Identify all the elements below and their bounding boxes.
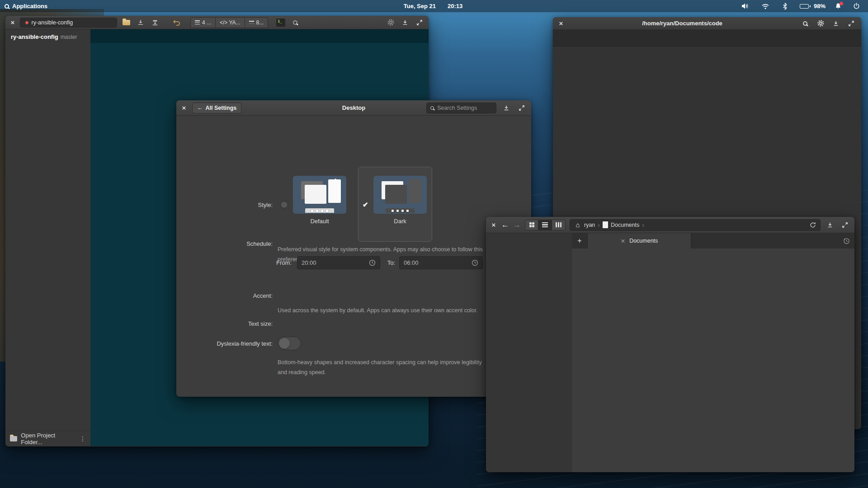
style-label: Style: xyxy=(178,202,273,208)
applications-menu[interactable]: Applications xyxy=(5,3,404,9)
project-name: ry-ansible-config xyxy=(31,19,73,26)
style-default-thumbnail[interactable] xyxy=(293,176,346,214)
gear-icon[interactable] xyxy=(385,17,396,28)
dock xyxy=(0,467,868,488)
download-icon[interactable] xyxy=(501,103,512,113)
applications-label: Applications xyxy=(12,3,47,9)
close-icon[interactable]: × xyxy=(180,104,188,112)
line-width-button[interactable]: 8... xyxy=(245,17,269,28)
modified-diamond-icon: ◆ xyxy=(25,19,28,25)
undo-icon[interactable] xyxy=(171,17,182,28)
history-icon[interactable] xyxy=(843,233,854,249)
power-icon[interactable] xyxy=(851,1,862,12)
to-label: To: xyxy=(300,259,395,266)
save-as-icon[interactable] xyxy=(150,17,160,28)
style-default-radio[interactable] xyxy=(280,201,288,208)
column-view-icon[interactable] xyxy=(552,220,566,230)
search-icon[interactable] xyxy=(800,18,811,29)
search-icon xyxy=(5,4,9,9)
fullscreen-icon[interactable] xyxy=(840,220,850,230)
style-dark-label: Dark xyxy=(373,218,427,225)
fullscreen-icon[interactable] xyxy=(414,17,425,28)
indent-icon xyxy=(195,20,200,24)
open-project-folder-button[interactable]: Open Project Folder... ⋮ xyxy=(5,431,90,446)
git-branch: master xyxy=(61,34,77,40)
path-segment-documents[interactable]: Documents xyxy=(611,222,639,228)
style-dark-thumbnail[interactable] xyxy=(373,176,427,214)
accent-label: Accent: xyxy=(178,292,273,299)
back-icon[interactable]: ← xyxy=(501,221,509,230)
text-size-label: Text size: xyxy=(178,320,273,327)
editor-toolbar: × ◆ ry-ansible-config 4 ... </> YA... 8.… xyxy=(5,16,429,29)
files-window: × ← → ⌂ ryan › Documents › + ✕ Docume xyxy=(486,217,854,472)
download-icon[interactable] xyxy=(825,220,835,230)
all-settings-button[interactable]: ←All Settings xyxy=(192,103,241,113)
fullscreen-icon[interactable] xyxy=(516,103,527,113)
path-segment-home[interactable]: ryan xyxy=(584,222,595,228)
document-icon xyxy=(603,221,608,228)
terminal-tab-bar xyxy=(553,29,861,47)
language-button[interactable]: </> YA... xyxy=(216,17,245,28)
home-icon: ⌂ xyxy=(574,221,581,229)
new-tab-icon[interactable]: + xyxy=(572,233,587,249)
tab-width-button[interactable]: 4 ... xyxy=(190,17,216,28)
folder-icon xyxy=(10,436,17,441)
dyslexia-toggle[interactable] xyxy=(278,337,301,350)
top-panel: Applications Tue, Sep 21 20:13 98% xyxy=(0,0,868,12)
close-tab-icon[interactable]: ✕ xyxy=(621,238,625,244)
system-settings-window: × Desktop ←All Settings Search Settings … xyxy=(176,100,531,397)
clock-icon xyxy=(472,259,478,266)
fullscreen-icon[interactable] xyxy=(846,18,857,29)
close-icon[interactable]: × xyxy=(490,221,497,229)
file-tree xyxy=(5,43,90,431)
path-bar[interactable]: ⌂ ryan › Documents › xyxy=(570,219,821,231)
forward-icon[interactable]: → xyxy=(513,221,521,230)
bluetooth-icon[interactable] xyxy=(780,1,791,12)
dyslexia-label: Dyslexia-friendly text: xyxy=(178,340,273,347)
list-view-icon[interactable] xyxy=(538,220,552,230)
save-icon[interactable] xyxy=(135,17,146,28)
dyslexia-description: Bottom-heavy shapes and increased charac… xyxy=(278,358,483,378)
editor-status-buttons: 4 ... </> YA... 8... xyxy=(190,17,268,28)
download-icon[interactable] xyxy=(400,17,410,28)
htop-output[interactable] xyxy=(553,47,861,52)
close-icon[interactable]: × xyxy=(9,19,16,26)
files-sidebar xyxy=(486,233,572,472)
wifi-icon[interactable] xyxy=(760,1,771,12)
overflow-menu-icon[interactable]: ⋮ xyxy=(80,435,86,442)
notification-badge xyxy=(840,2,843,5)
files-tab-bar: + ✕ Documents xyxy=(572,233,854,249)
to-time-field[interactable]: 06:00 xyxy=(399,256,483,269)
search-icon[interactable] xyxy=(290,17,301,28)
clock[interactable]: Tue, Sep 21 20:13 xyxy=(404,3,463,9)
project-header[interactable]: ry-ansible-configmaster xyxy=(5,29,90,43)
search-icon xyxy=(430,106,434,110)
ruler-icon xyxy=(249,21,254,24)
settings-titlebar[interactable]: × Desktop ←All Settings Search Settings xyxy=(176,100,531,116)
project-chooser[interactable]: ◆ ry-ansible-config xyxy=(20,18,117,28)
view-switcher xyxy=(525,220,566,230)
open-folder-icon[interactable] xyxy=(121,17,132,28)
from-label: From: xyxy=(197,259,292,266)
battery-indicator[interactable]: 98% xyxy=(800,3,826,9)
terminal-pane-icon[interactable]: $_ xyxy=(275,17,286,28)
battery-percent: 98% xyxy=(814,3,826,9)
style-default-label: Default xyxy=(293,218,346,225)
settings-search-input[interactable]: Search Settings xyxy=(426,103,496,113)
notifications-indicator[interactable] xyxy=(835,3,842,10)
files-grid xyxy=(572,249,854,472)
files-toolbar: × ← → ⌂ ryan › Documents › xyxy=(486,217,854,233)
editor-sidebar: ry-ansible-configmaster Open Project Fol… xyxy=(5,29,90,446)
terminal-titlebar[interactable]: × /home/ryan/Documents/code xyxy=(553,17,861,29)
accent-description: Used across the system by default. Apps … xyxy=(278,306,483,316)
terminal-title: /home/ryan/Documents/code xyxy=(569,20,795,27)
gear-icon[interactable] xyxy=(815,18,826,29)
refresh-icon[interactable] xyxy=(810,222,816,228)
download-icon[interactable] xyxy=(830,18,841,29)
panel-time: 20:13 xyxy=(448,3,462,9)
grid-view-icon[interactable] xyxy=(525,220,538,230)
check-icon: ✔ xyxy=(363,201,368,209)
close-icon[interactable]: × xyxy=(557,20,565,27)
volume-icon[interactable] xyxy=(740,1,751,12)
tab-documents[interactable]: ✕ Documents xyxy=(587,233,691,249)
